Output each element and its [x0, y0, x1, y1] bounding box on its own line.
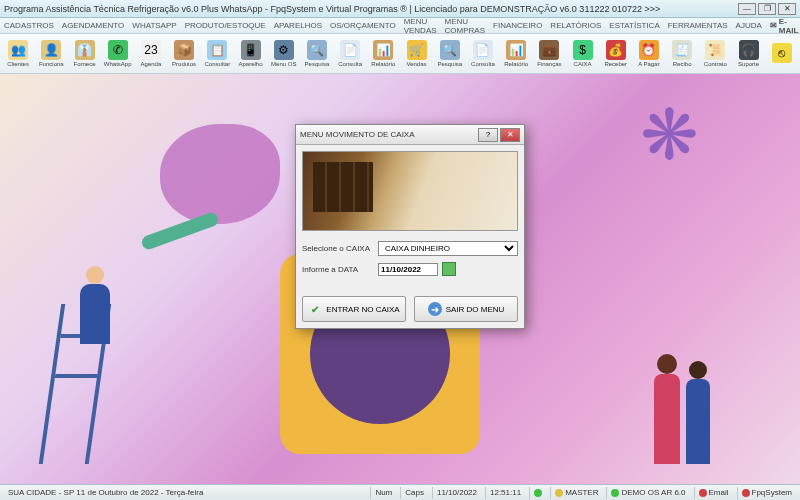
calendar-icon[interactable] — [442, 262, 456, 276]
toolbar-label: Pesquisa — [305, 61, 330, 67]
menu-menucompras[interactable]: MENU COMPRAS — [445, 17, 485, 35]
toolbar-funciona[interactable]: 👤Funciona — [35, 36, 67, 72]
menu-whatsapp[interactable]: WHATSAPP — [132, 21, 176, 30]
toolbar-label: Consulta — [471, 61, 495, 67]
toolbar-label: Consultar — [204, 61, 230, 67]
select-caixa-dropdown[interactable]: CAIXA DINHEIRO — [378, 241, 518, 256]
check-icon: ✔ — [308, 302, 322, 316]
aparelho-icon: 📱 — [241, 40, 261, 60]
caixa-dialog: MENU MOVIMENTO DE CAIXA ? ✕ Selecione o … — [295, 124, 525, 329]
menu-aparelhos[interactable]: APARELHOS — [274, 21, 322, 30]
window-title: Programa Assistência Técnica Refrigeraçã… — [4, 4, 738, 14]
menu-estatstica[interactable]: ESTATÍSTICA — [609, 21, 659, 30]
toolbar-whatsapp[interactable]: ✆WhatsApp — [102, 36, 134, 72]
relatrio-icon: 📊 — [373, 40, 393, 60]
toolbar-vendas[interactable]: 🛒Vendas — [400, 36, 432, 72]
exit-menu-button[interactable]: ➜ SAIR DO MENU — [414, 296, 518, 322]
menu-ajuda[interactable]: AJUDA — [736, 21, 762, 30]
toolbar-consulta[interactable]: 📄Consulta — [334, 36, 366, 72]
toolbar-apagar[interactable]: ⏰A Pagar — [633, 36, 665, 72]
toolbar-agenda[interactable]: 23Agenda — [135, 36, 167, 72]
close-button[interactable]: ✕ — [778, 3, 796, 15]
window-titlebar: Programa Assistência Técnica Refrigeraçã… — [0, 0, 800, 18]
decorative-wrench — [140, 211, 220, 252]
finanas-icon: 💼 — [539, 40, 559, 60]
status-date: 11/10/2022 — [432, 487, 481, 499]
toolbar-label: Receber — [604, 61, 627, 67]
menu-cadastros[interactable]: CADASTROS — [4, 21, 54, 30]
toolbar-suporte[interactable]: 🎧Suporte — [732, 36, 764, 72]
status-caps: Caps — [400, 487, 428, 499]
toolbar-label: Consulta — [338, 61, 362, 67]
toolbar-label: Vendas — [407, 61, 427, 67]
toolbar-aparelho[interactable]: 📱Aparelho — [234, 36, 266, 72]
toolbar-fornece[interactable]: 👔Fornece — [68, 36, 100, 72]
status-time: 12:51:11 — [485, 487, 525, 499]
toolbar-label: Suporte — [738, 61, 759, 67]
date-input[interactable] — [378, 263, 438, 276]
toolbar-consulta[interactable]: 📄Consulta — [467, 36, 499, 72]
toolbar-pesquisa[interactable]: 🔍Pesquisa — [301, 36, 333, 72]
menu-agendamento[interactable]: AGENDAMENTO — [62, 21, 125, 30]
maximize-button[interactable]: ❐ — [758, 3, 776, 15]
menu-ferramentas[interactable]: FERRAMENTAS — [668, 21, 728, 30]
contrato-icon: 📜 — [705, 40, 725, 60]
enter-caixa-button[interactable]: ✔ ENTRAR NO CAIXA — [302, 296, 406, 322]
toolbar-recibo[interactable]: 🧾Recibo — [666, 36, 698, 72]
status-indicator-green — [529, 487, 546, 499]
toolbar-label: Recibo — [673, 61, 692, 67]
menu-relatrios[interactable]: RELATÓRIOS — [550, 21, 601, 30]
toolbar-label: Finanças — [537, 61, 561, 67]
toolbar-caixa[interactable]: $CAIXA — [566, 36, 598, 72]
toolbar-relatrio[interactable]: 📊Relatório — [500, 36, 532, 72]
toolbar-label: Clientes — [7, 61, 29, 67]
decorative-flower — [640, 94, 720, 174]
dialog-help-button[interactable]: ? — [478, 128, 498, 142]
toolbar-relatrio[interactable]: 📊Relatório — [367, 36, 399, 72]
decorative-person-a — [654, 374, 680, 464]
menu-osoramento[interactable]: OS/ORÇAMENTO — [330, 21, 396, 30]
select-caixa-label: Selecione o CAIXA — [302, 244, 374, 253]
apagar-icon: ⏰ — [639, 40, 659, 60]
toolbar-label: Relatório — [504, 61, 528, 67]
toolbar-pesquisa[interactable]: 🔍Pesquisa — [434, 36, 466, 72]
decorative-blob — [160, 124, 280, 224]
relatrio-icon: 📊 — [506, 40, 526, 60]
status-brand[interactable]: FpqSystem — [737, 487, 796, 499]
toolbar-clientes[interactable]: 👥Clientes — [2, 36, 34, 72]
toolbar-label: CAIXA — [574, 61, 592, 67]
toolbar-label: Agenda — [141, 61, 162, 67]
toolbar-label: A Pagar — [638, 61, 659, 67]
menu-produtoestoque[interactable]: PRODUTO/ESTOQUE — [185, 21, 266, 30]
toolbar-menuos[interactable]: ⚙Menu OS — [268, 36, 300, 72]
dialog-hero-image — [302, 151, 518, 231]
suporte-icon: 🎧 — [739, 40, 759, 60]
toolbar-finanas[interactable]: 💼Finanças — [533, 36, 565, 72]
consulta-icon: 📄 — [340, 40, 360, 60]
vendas-icon: 🛒 — [407, 40, 427, 60]
clientes-icon: 👥 — [8, 40, 28, 60]
toolbar: 👥Clientes👤Funciona👔Fornece✆WhatsApp23Age… — [0, 34, 800, 74]
status-num: Num — [370, 487, 396, 499]
status-location: SUA CIDADE - SP 11 de Outubro de 2022 - … — [4, 487, 207, 499]
pesquisa-icon: 🔍 — [307, 40, 327, 60]
toolbar-label: Pesquisa — [437, 61, 462, 67]
toolbar-consultar[interactable]: 📋Consultar — [201, 36, 233, 72]
toolbar-exit[interactable]: ⎋ — [766, 36, 798, 72]
toolbar-label: Menu OS — [271, 61, 296, 67]
toolbar-produtos[interactable]: 📦Produtos — [168, 36, 200, 72]
status-email[interactable]: Email — [694, 487, 733, 499]
toolbar-label: Aparelho — [239, 61, 263, 67]
status-user: MASTER — [550, 487, 602, 499]
toolbar-receber[interactable]: 💰Receber — [600, 36, 632, 72]
dialog-close-button[interactable]: ✕ — [500, 128, 520, 142]
email-link[interactable]: ✉ E-MAIL — [770, 17, 799, 35]
exit-icon: ⎋ — [772, 43, 792, 63]
minimize-button[interactable]: — — [738, 3, 756, 15]
menu-menuvendas[interactable]: MENU VENDAS — [404, 17, 437, 35]
toolbar-label: WhatsApp — [104, 61, 132, 67]
toolbar-contrato[interactable]: 📜Contrato — [699, 36, 731, 72]
toolbar-label: Contrato — [704, 61, 727, 67]
toolbar-label: Fornece — [74, 61, 96, 67]
menu-financeiro[interactable]: FINANCEIRO — [493, 21, 542, 30]
